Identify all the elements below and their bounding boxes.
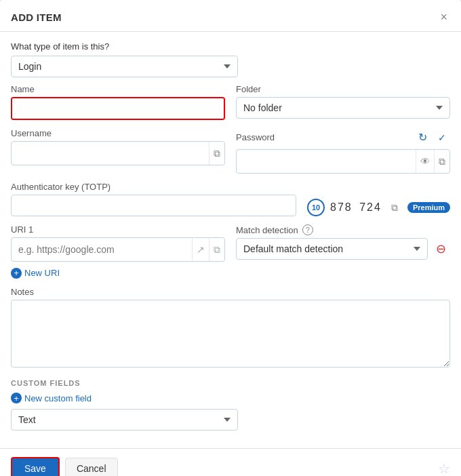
plus-circle-custom-icon: + [11, 393, 22, 403]
password-copy-button[interactable]: ⧉ [434, 150, 449, 173]
password-input[interactable] [237, 151, 416, 172]
totp-section: 10 878 724 ⧉ Premium [11, 195, 450, 216]
uri-input-wrap: URI 1 ↗ ⧉ [11, 224, 225, 262]
save-button[interactable]: Save [11, 457, 60, 476]
modal-header: ADD ITEM × [0, 0, 461, 32]
uri-remove-button[interactable]: ⊖ [432, 239, 450, 259]
footer-actions: Save Cancel [11, 457, 118, 476]
type-question-label: What type of item is this? [11, 41, 450, 52]
name-col: Name [11, 84, 225, 120]
uri-copy-button[interactable]: ⧉ [209, 238, 224, 261]
password-actions: ↻ ✓ [414, 128, 450, 146]
totp-counter: 10 878 724 ⧉ Premium [307, 199, 450, 216]
modal-body: What type of item is this? Login Secure … [0, 32, 461, 448]
item-type-select[interactable]: Login Secure Note Card Identity [11, 56, 238, 77]
uri-field-row: ↗ ⧉ [11, 237, 225, 262]
match-detection-wrap: Match detection ? Default match detectio… [236, 224, 450, 262]
totp-row: Authenticator key (TOTP) 10 878 724 ⧉ [11, 182, 450, 216]
close-button[interactable]: × [437, 9, 450, 24]
uri-label: URI 1 [11, 224, 225, 235]
remove-icon: ⊖ [436, 242, 446, 256]
username-copy-button[interactable]: ⧉ [209, 142, 224, 165]
new-custom-field-label: New custom field [24, 393, 92, 403]
eye-icon: 👁 [420, 156, 430, 167]
match-detection-select[interactable]: Default match detection Base domain Host… [236, 238, 428, 260]
match-help-icon[interactable]: ? [302, 224, 313, 235]
premium-badge: Premium [407, 202, 450, 213]
custom-field-type-select[interactable]: Text Hidden Boolean Linked [11, 409, 238, 431]
folder-label: Folder [236, 84, 450, 94]
match-header-left: Match detection ? [236, 224, 313, 235]
copy-icon: ⧉ [214, 148, 220, 159]
favorite-star-icon[interactable]: ☆ [438, 460, 450, 476]
name-input[interactable] [12, 98, 224, 119]
new-custom-field-button[interactable]: + New custom field [11, 393, 92, 403]
password-label: Password [236, 132, 275, 142]
name-field-wrapper [11, 97, 225, 120]
launch-icon: ↗ [197, 244, 205, 255]
modal-title: ADD ITEM [11, 12, 62, 23]
new-uri-button[interactable]: + New URI [11, 268, 60, 279]
password-check-button[interactable]: ✓ [434, 130, 450, 146]
username-col: Username ⧉ [11, 128, 225, 174]
totp-timer-circle: 10 [307, 199, 325, 216]
name-label: Name [11, 84, 225, 94]
notes-section: Notes [11, 287, 450, 370]
custom-field-type-row: Text Hidden Boolean Linked [11, 409, 450, 431]
totp-label: Authenticator key (TOTP) [11, 182, 450, 192]
new-uri-label: New URI [24, 268, 60, 278]
modal-footer: Save Cancel ☆ [0, 448, 461, 476]
totp-input[interactable] [11, 195, 296, 216]
folder-select[interactable]: No folder [236, 97, 450, 119]
username-password-row: Username ⧉ Password ↻ ✓ [11, 128, 450, 174]
password-input-wrap: 👁 ⧉ [236, 149, 450, 174]
username-label: Username [11, 128, 225, 138]
notes-textarea[interactable] [11, 300, 450, 368]
username-input[interactable] [12, 143, 209, 163]
custom-fields-section: CUSTOM FIELDS + New custom field Text Hi… [11, 379, 450, 431]
password-visibility-button[interactable]: 👁 [416, 150, 434, 173]
match-input-row: Default match detection Base domain Host… [236, 238, 450, 260]
username-input-wrap: ⧉ [11, 141, 225, 165]
folder-col: Folder No folder [236, 84, 450, 120]
uri-launch-button[interactable]: ↗ [192, 238, 209, 261]
password-col: Password ↻ ✓ 👁 ⧉ [236, 128, 450, 174]
uri-input[interactable] [12, 239, 192, 260]
add-item-modal: ADD ITEM × What type of item is this? Lo… [0, 0, 461, 476]
copy-icon-totp: ⧉ [391, 202, 398, 213]
match-header: Match detection ? [236, 224, 450, 235]
uri-match-row: URI 1 ↗ ⧉ Match detection ? [11, 224, 450, 262]
type-question-row: What type of item is this? Login Secure … [11, 41, 450, 77]
password-refresh-button[interactable]: ↻ [414, 128, 431, 146]
totp-copy-button[interactable]: ⧉ [387, 199, 402, 216]
copy-icon-uri: ⧉ [214, 244, 220, 255]
cancel-button[interactable]: Cancel [65, 458, 118, 476]
match-detection-label: Match detection [236, 225, 298, 235]
notes-label: Notes [11, 287, 450, 297]
totp-code-display: 878 724 [330, 201, 382, 214]
copy-icon-password: ⧉ [439, 156, 445, 167]
name-folder-row: Name Folder No folder [11, 84, 450, 120]
plus-circle-icon: + [11, 268, 22, 279]
custom-fields-label: CUSTOM FIELDS [11, 379, 450, 387]
password-header: Password ↻ ✓ [236, 128, 450, 146]
